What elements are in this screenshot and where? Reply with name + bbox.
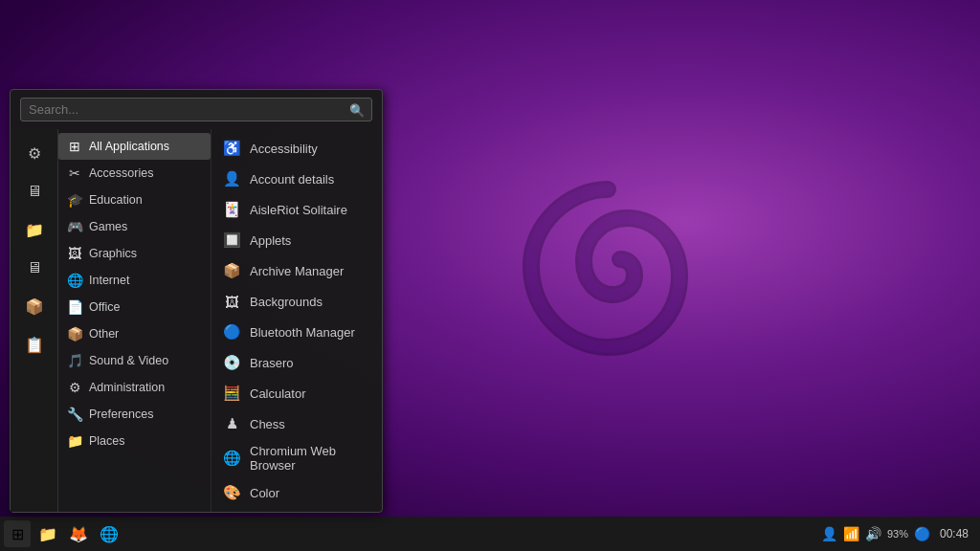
category-office[interactable]: 📄 Office (58, 294, 211, 320)
applets-icon: 🔲 (221, 230, 242, 251)
menu-body: ⚙ 🖥 📁 🖥 📦 📋 ⊞ All Applications ✂ Accesso… (11, 129, 382, 512)
app-bluetooth-label: Bluetooth Manager (250, 325, 355, 340)
app-aisleriot-label: AisleRiot Solitaire (250, 203, 347, 217)
app-brasero-label: Brasero (250, 356, 294, 370)
app-applets[interactable]: 🔲 Applets (212, 225, 382, 255)
taskbar: ⊞ 📁 🦊 🌐 👤 📶 🔊 93% 🔵 00:48 (0, 517, 980, 551)
sound-video-icon: 🎵 (66, 352, 83, 369)
app-account-details-label: Account details (250, 172, 334, 187)
sidebar-display-icon[interactable]: 🖥 (16, 173, 53, 209)
category-all-applications[interactable]: ⊞ All Applications (58, 133, 211, 160)
tray-bluetooth-icon[interactable]: 🔵 (914, 526, 930, 541)
category-office-label: Office (89, 300, 120, 314)
office-icon: 📄 (66, 298, 83, 316)
other-icon: 📦 (66, 325, 83, 342)
administration-icon: ⚙ (66, 379, 83, 396)
search-bar: 🔍 (11, 90, 382, 129)
taskbar-chromium-button[interactable]: 🌐 (96, 520, 122, 547)
games-icon: 🎮 (66, 218, 83, 235)
backgrounds-icon: 🖼 (221, 291, 242, 312)
app-accessibility[interactable]: ♿ Accessibility (212, 133, 382, 164)
education-icon: 🎓 (66, 191, 83, 209)
debian-swirl-logo (512, 170, 703, 381)
tray-volume-icon[interactable]: 🔊 (865, 526, 881, 541)
search-input[interactable] (20, 98, 372, 121)
application-menu: 🔍 ⚙ 🖥 📁 🖥 📦 📋 ⊞ All Applications ✂ Acces… (10, 89, 383, 513)
sidebar-monitor-icon[interactable]: 🖥 (16, 250, 53, 286)
menu-vertical-sidebar: ⚙ 🖥 📁 🖥 📦 📋 (11, 129, 58, 512)
app-bluetooth-manager[interactable]: 🔵 Bluetooth Manager (212, 317, 382, 347)
app-backgrounds-label: Backgrounds (250, 295, 323, 309)
sidebar-settings-icon[interactable]: ⚙ (16, 135, 53, 171)
search-icon: 🔍 (349, 102, 365, 117)
brasero-icon: 💿 (221, 352, 242, 373)
app-chess[interactable]: ♟ Chess (212, 408, 382, 439)
search-wrapper: 🔍 (20, 98, 372, 121)
calculator-icon: 🧮 (221, 383, 242, 404)
app-color[interactable]: 🎨 Color (212, 477, 382, 508)
app-chromium-label: Chromium Web Browser (250, 444, 372, 473)
category-education[interactable]: 🎓 Education (58, 187, 211, 213)
category-education-label: Education (89, 193, 143, 207)
aisleriot-icon: 🃏 (221, 199, 242, 220)
tray-network-icon[interactable]: 📶 (843, 526, 859, 541)
start-icon: ⊞ (11, 525, 24, 543)
category-all-label: All Applications (89, 140, 169, 153)
places-icon: 📁 (66, 432, 83, 450)
internet-icon: 🌐 (66, 272, 83, 289)
category-preferences-label: Preferences (89, 408, 153, 421)
category-preferences[interactable]: 🔧 Preferences (58, 401, 211, 428)
category-administration[interactable]: ⚙ Administration (58, 374, 211, 401)
chromium-icon: 🌐 (221, 448, 242, 469)
app-archive-manager[interactable]: 📦 Archive Manager (212, 255, 382, 286)
category-graphics-label: Graphics (89, 247, 137, 260)
app-archive-manager-label: Archive Manager (250, 264, 344, 278)
category-other-label: Other (89, 327, 119, 341)
accessibility-icon: ♿ (221, 138, 242, 159)
sidebar-files-icon[interactable]: 📁 (16, 211, 53, 248)
app-calculator-label: Calculator (250, 386, 306, 401)
taskbar-files-button[interactable]: 📁 (34, 520, 61, 547)
app-chromium[interactable]: 🌐 Chromium Web Browser (212, 439, 382, 477)
app-applets-label: Applets (250, 233, 291, 248)
category-games[interactable]: 🎮 Games (58, 213, 211, 240)
taskbar-firefox-button[interactable]: 🦊 (65, 520, 92, 547)
category-sound-video[interactable]: 🎵 Sound & Video (58, 347, 211, 374)
app-calculator[interactable]: 🧮 Calculator (212, 378, 382, 408)
app-brasero[interactable]: 💿 Brasero (212, 347, 382, 378)
archive-manager-icon: 📦 (221, 260, 242, 281)
taskbar-tray: 👤 📶 🔊 93% 🔵 00:48 (813, 526, 980, 541)
category-places-label: Places (89, 434, 125, 448)
taskbar-chromium-icon: 🌐 (100, 525, 119, 543)
category-places[interactable]: 📁 Places (58, 428, 211, 454)
apps-panel: ♿ Accessibility 👤 Account details 🃏 Aisl… (212, 129, 382, 512)
accessories-icon: ✂ (66, 165, 83, 182)
category-accessories[interactable]: ✂ Accessories (58, 160, 211, 187)
tray-clock: 00:48 (936, 527, 972, 540)
app-color-label: Color (250, 486, 279, 500)
category-internet[interactable]: 🌐 Internet (58, 267, 211, 294)
category-graphics[interactable]: 🖼 Graphics (58, 240, 211, 267)
category-other[interactable]: 📦 Other (58, 320, 211, 347)
color-icon: 🎨 (221, 482, 242, 503)
category-accessories-label: Accessories (89, 166, 153, 180)
chess-icon: ♟ (221, 413, 242, 434)
taskbar-firefox-icon: 🦊 (69, 525, 88, 543)
category-internet-label: Internet (89, 274, 129, 287)
graphics-icon: 🖼 (66, 245, 83, 262)
all-applications-icon: ⊞ (66, 138, 83, 155)
app-account-details[interactable]: 👤 Account details (212, 164, 382, 194)
preferences-icon: 🔧 (66, 406, 83, 423)
categories-panel: ⊞ All Applications ✂ Accessories 🎓 Educa… (58, 129, 212, 512)
sidebar-software-icon[interactable]: 📦 (16, 288, 53, 324)
bluetooth-icon: 🔵 (221, 321, 242, 342)
sidebar-clipboard-icon[interactable]: 📋 (16, 326, 53, 363)
app-backgrounds[interactable]: 🖼 Backgrounds (212, 286, 382, 317)
battery-percentage: 93% (887, 528, 908, 540)
tray-user-icon[interactable]: 👤 (821, 526, 837, 541)
category-sound-video-label: Sound & Video (89, 354, 168, 367)
app-aisleriot[interactable]: 🃏 AisleRiot Solitaire (212, 194, 382, 225)
taskbar-files-icon: 📁 (38, 525, 57, 543)
tray-battery: 93% (887, 528, 908, 540)
start-button[interactable]: ⊞ (4, 520, 31, 547)
